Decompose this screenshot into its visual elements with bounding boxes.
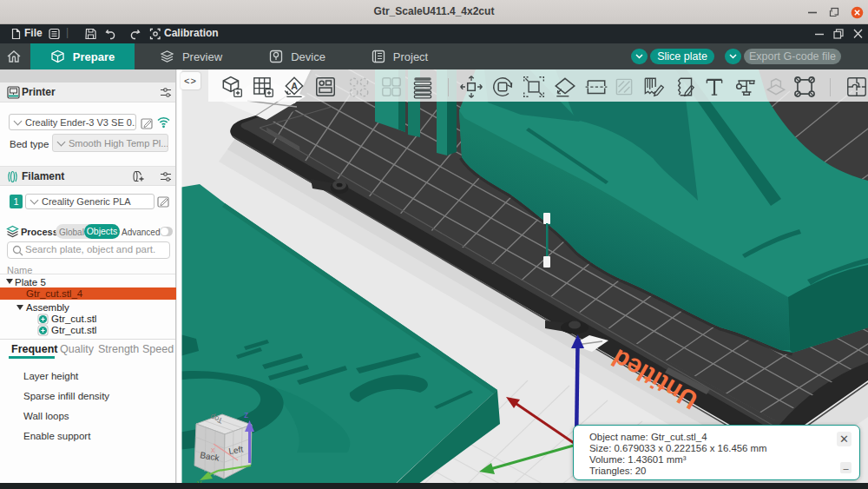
svg-text:z: z: [244, 409, 248, 420]
svg-text:x: x: [211, 446, 215, 454]
svg-text:A: A: [291, 81, 298, 91]
